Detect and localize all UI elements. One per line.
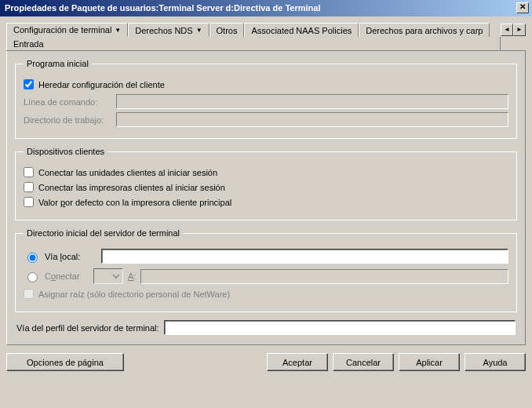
tab-label: Entrada [13, 39, 44, 49]
close-button[interactable]: ✕ [516, 2, 529, 13]
inherit-label: Heredar configuración del cliente [38, 80, 165, 89]
connect-path-input [140, 269, 508, 284]
connect-drives-row[interactable]: Conectar las unidades clientes al inicia… [24, 167, 508, 177]
tab-label: Derechos para archivos y carp [366, 26, 483, 35]
connect-label: Conectar [45, 271, 89, 281]
tab-label: Associated NAAS Policies [251, 26, 352, 35]
map-root-row: Asignar raíz (sólo directorio personal d… [24, 289, 508, 299]
tab-others[interactable]: Otros [210, 23, 245, 37]
tab-entry[interactable]: Entrada [6, 37, 501, 50]
default-printer-label: Valor por defecto con la impresora clien… [38, 198, 231, 207]
default-printer-checkbox[interactable] [24, 197, 34, 207]
tab-scroll-right[interactable]: ► [513, 24, 526, 36]
apply-button[interactable]: Aplicar [399, 353, 460, 371]
connect-radio[interactable] [27, 272, 38, 282]
tab-file-rights[interactable]: Derechos para archivos y carp [359, 23, 490, 37]
connect-printers-label: Conectar las impresoras clientes al inic… [38, 183, 225, 192]
connect-printers-row[interactable]: Conectar las impresoras clientes al inic… [24, 182, 508, 192]
chevron-down-icon: ▼ [115, 27, 121, 34]
tab-naas-policies[interactable]: Associated NAAS Policies [244, 23, 359, 37]
group-legend: Directorio inicial del servidor de termi… [24, 228, 183, 238]
inherit-client-config[interactable]: Heredar configuración del cliente [24, 79, 508, 89]
profile-path-label: Vía del perfil del servidor de terminal: [16, 323, 159, 333]
connect-drives-checkbox[interactable] [24, 167, 34, 177]
tab-row: Configuración de terminal ▼ Derechos NDS… [6, 23, 501, 50]
tab-label: Configuración de terminal [13, 25, 111, 35]
tab-nds-rights[interactable]: Derechos NDS ▼ [128, 23, 209, 37]
group-client-devices: Dispositivos clientes Conectar las unida… [15, 147, 517, 220]
button-bar: Opciones de página Aceptar Cancelar Apli… [6, 353, 526, 371]
cmdline-input [116, 94, 508, 109]
to-label: A: [128, 271, 136, 281]
tab-bar: Configuración de terminal ▼ Derechos NDS… [6, 23, 526, 51]
inherit-checkbox[interactable] [24, 79, 34, 89]
connect-drives-label: Conectar las unidades clientes al inicia… [38, 168, 217, 177]
group-legend: Dispositivos clientes [24, 147, 107, 156]
cancel-button[interactable]: Cancelar [333, 353, 394, 371]
group-home-directory: Directorio inicial del servidor de termi… [15, 228, 517, 312]
group-initial-program: Programa inicial Heredar configuración d… [15, 59, 517, 139]
local-path-label: Vía local: [45, 252, 97, 261]
help-button[interactable]: Ayuda [465, 353, 526, 371]
default-printer-row[interactable]: Valor por defecto con la impresora clien… [24, 197, 508, 207]
local-path-input[interactable] [101, 249, 508, 264]
map-root-label: Asignar raíz (sólo directorio personal d… [38, 290, 230, 299]
tab-scroll: ◄ ► [501, 23, 526, 50]
window-title: Propiedades de Paquete de usuarios:Termi… [5, 3, 320, 13]
tab-scroll-left[interactable]: ◄ [501, 24, 513, 36]
cmdline-label: Línea de comando: [24, 97, 116, 107]
window-body: Configuración de terminal ▼ Derechos NDS… [0, 16, 532, 377]
profile-path-row: Vía del perfil del servidor de terminal: [16, 320, 516, 335]
group-legend: Programa inicial [24, 59, 92, 68]
tab-panel: Programa inicial Heredar configuración d… [6, 51, 526, 345]
workdir-input [116, 112, 508, 127]
drive-select[interactable] [93, 268, 123, 284]
title-bar: Propiedades de Paquete de usuarios:Termi… [0, 0, 532, 16]
workdir-label: Directorio de trabajo: [24, 115, 116, 125]
connect-printers-checkbox[interactable] [24, 182, 34, 192]
chevron-down-icon: ▼ [196, 27, 202, 34]
tab-label: Otros [217, 26, 238, 35]
ok-button[interactable]: Aceptar [267, 353, 328, 371]
map-root-checkbox [24, 289, 34, 299]
profile-path-input[interactable] [164, 320, 516, 335]
local-path-radio[interactable] [27, 253, 38, 263]
tab-label: Derechos NDS [135, 26, 192, 35]
tab-terminal-config[interactable]: Configuración de terminal ▼ [6, 23, 128, 37]
page-options-button[interactable]: Opciones de página [6, 353, 124, 371]
